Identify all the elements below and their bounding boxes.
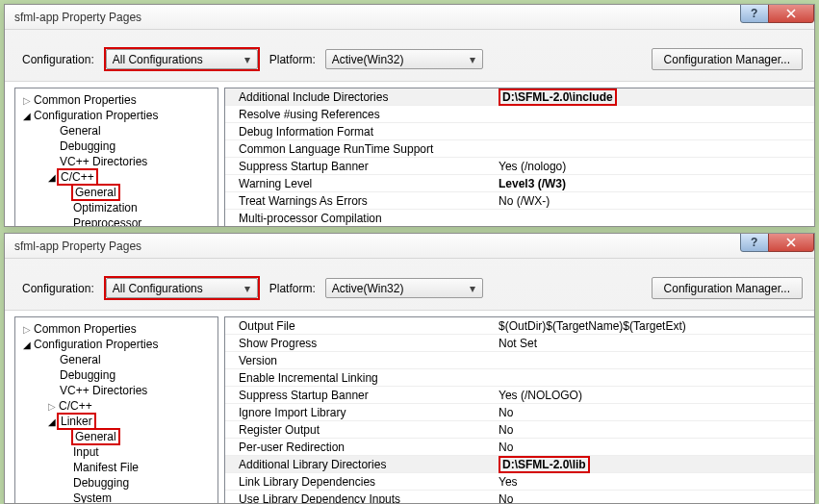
property-name: Ignore Import Library	[225, 406, 495, 419]
tree-item-general[interactable]: General	[15, 123, 218, 139]
property-name: Version	[225, 354, 495, 367]
property-value[interactable]: No (/WX-)	[495, 194, 814, 208]
property-value[interactable]: Level3 (/W3)	[495, 177, 814, 190]
property-row[interactable]: Additional Library DirectoriesD:\SFML-2.…	[225, 456, 814, 473]
tree-item-configuration-properties[interactable]: ◢Configuration Properties	[15, 108, 218, 123]
tree-item-c-cpp[interactable]: ◢C/C++	[15, 169, 218, 185]
triangle-down-icon: ◢	[46, 172, 57, 183]
triangle-right-icon: ▷	[21, 324, 32, 335]
tree-item-input[interactable]: Input	[15, 444, 218, 460]
property-row[interactable]: Additional Include DirectoriesD:\SFML-2.…	[225, 88, 814, 106]
help-button[interactable]: ?	[740, 4, 769, 23]
property-row[interactable]: Debug Information Format	[225, 123, 814, 140]
platform-dropdown[interactable]: Active(Win32) ▾	[325, 278, 483, 298]
property-row[interactable]: Treat Warnings As ErrorsNo (/WX-)	[225, 192, 814, 210]
tree-item-debugging[interactable]: Debugging	[15, 139, 218, 154]
configuration-value: All Configurations	[113, 53, 203, 66]
property-row[interactable]: Ignore Import LibraryNo	[225, 404, 814, 421]
property-grid[interactable]: Additional Include DirectoriesD:\SFML-2.…	[224, 88, 814, 227]
configuration-value: All Configurations	[113, 282, 203, 295]
property-row[interactable]: Multi-processor Compilation	[225, 210, 814, 227]
tree-item-vc-directories[interactable]: VC++ Directories	[15, 154, 218, 169]
property-row[interactable]: Per-user RedirectionNo	[225, 439, 814, 456]
property-value[interactable]: No	[495, 441, 814, 454]
property-value[interactable]: $(OutDir)$(TargetName)$(TargetExt)	[495, 319, 814, 333]
property-value[interactable]: Yes	[495, 475, 814, 489]
tree-item-linker[interactable]: ◢Linker	[15, 414, 218, 429]
property-name: Suppress Startup Banner	[225, 160, 495, 173]
property-name: Treat Warnings As Errors	[225, 194, 495, 208]
configuration-dropdown[interactable]: All Configurations ▾	[106, 278, 258, 298]
platform-label: Platform:	[269, 53, 316, 66]
property-row[interactable]: Resolve #using References	[225, 106, 814, 123]
property-row[interactable]: Warning LevelLevel3 (/W3)	[225, 175, 814, 192]
triangle-down-icon: ◢	[46, 416, 57, 427]
property-value[interactable]: Not Set	[495, 337, 814, 350]
platform-value: Active(Win32)	[332, 53, 404, 66]
property-value[interactable]: No	[495, 492, 814, 505]
property-name: Output File	[225, 319, 495, 333]
property-value[interactable]: D:\SFML-2.0\lib	[495, 456, 814, 473]
configuration-label: Configuration:	[22, 53, 94, 66]
property-grid[interactable]: Output File$(OutDir)$(TargetName)$(Targe…	[224, 316, 814, 504]
property-value[interactable]: No	[495, 423, 814, 437]
configuration-manager-button[interactable]: Configuration Manager...	[652, 277, 803, 299]
property-row[interactable]: Link Library DependenciesYes	[225, 473, 814, 491]
property-row[interactable]: Enable Incremental Linking	[225, 369, 814, 387]
property-row[interactable]: Suppress Startup BannerYes (/NOLOGO)	[225, 387, 814, 404]
help-button[interactable]: ?	[740, 233, 769, 252]
tree-item-c-cpp-general[interactable]: General	[15, 185, 218, 200]
configuration-dropdown[interactable]: All Configurations ▾	[106, 49, 258, 69]
nav-tree[interactable]: ▷Common Properties ◢Configuration Proper…	[14, 316, 218, 504]
property-row[interactable]: Common Language RunTime Support	[225, 140, 814, 158]
window-title: sfml-app Property Pages	[14, 11, 141, 24]
tree-item-vc-directories[interactable]: VC++ Directories	[15, 383, 218, 398]
property-row[interactable]: Version	[225, 352, 814, 369]
property-name: Use Library Dependency Inputs	[225, 492, 495, 505]
nav-tree[interactable]: ▷Common Properties ◢Configuration Proper…	[14, 88, 218, 227]
property-row[interactable]: Suppress Startup BannerYes (/nologo)	[225, 158, 814, 175]
tree-item-manifest-file[interactable]: Manifest File	[15, 460, 218, 475]
property-row[interactable]: Use Library Dependency InputsNo	[225, 491, 814, 504]
close-button[interactable]	[768, 4, 814, 23]
chevron-down-icon: ▾	[240, 282, 255, 295]
config-bar: Configuration: All Configurations ▾ Plat…	[5, 259, 814, 310]
platform-dropdown[interactable]: Active(Win32) ▾	[325, 49, 483, 69]
close-button[interactable]	[768, 233, 814, 252]
property-row[interactable]: Output File$(OutDir)$(TargetName)$(Targe…	[225, 317, 814, 335]
titlebar[interactable]: sfml-app Property Pages ?	[5, 234, 814, 259]
platform-label: Platform:	[269, 282, 316, 295]
property-value[interactable]: No	[495, 406, 814, 419]
property-pages-window-cpp: sfml-app Property Pages ? Configuration:…	[4, 4, 815, 227]
property-value[interactable]: D:\SFML-2.0\include	[495, 88, 814, 106]
tree-item-configuration-properties[interactable]: ◢Configuration Properties	[15, 337, 218, 352]
triangle-right-icon: ▷	[46, 401, 57, 412]
tree-item-c-cpp[interactable]: ▷C/C++	[15, 398, 218, 414]
platform-value: Active(Win32)	[332, 282, 404, 295]
triangle-right-icon: ▷	[21, 95, 32, 106]
property-name: Per-user Redirection	[225, 441, 495, 454]
property-value[interactable]: Yes (/nologo)	[495, 160, 814, 173]
property-name: Additional Library Directories	[225, 458, 495, 471]
property-value[interactable]: Yes (/NOLOGO)	[495, 389, 814, 402]
tree-item-debugging[interactable]: Debugging	[15, 367, 218, 383]
tree-item-general[interactable]: General	[15, 352, 218, 367]
tree-item-system[interactable]: System	[15, 491, 218, 504]
tree-item-linker-general[interactable]: General	[15, 429, 218, 444]
property-name: Enable Incremental Linking	[225, 371, 495, 385]
tree-item-preprocessor[interactable]: Preprocessor	[15, 215, 218, 227]
tree-item-linker-debugging[interactable]: Debugging	[15, 475, 218, 491]
configuration-manager-button[interactable]: Configuration Manager...	[652, 48, 803, 70]
svg-text:?: ?	[751, 8, 757, 19]
tree-item-common-properties[interactable]: ▷Common Properties	[15, 321, 218, 337]
help-icon: ?	[749, 8, 760, 19]
property-name: Warning Level	[225, 177, 495, 190]
config-bar: Configuration: All Configurations ▾ Plat…	[5, 30, 814, 81]
titlebar[interactable]: sfml-app Property Pages ?	[5, 5, 814, 30]
tree-item-optimization[interactable]: Optimization	[15, 200, 218, 215]
property-pages-window-linker: sfml-app Property Pages ? Configuration:…	[4, 233, 815, 504]
property-row[interactable]: Show ProgressNot Set	[225, 335, 814, 352]
tree-item-common-properties[interactable]: ▷Common Properties	[15, 92, 218, 108]
property-row[interactable]: Register OutputNo	[225, 421, 814, 439]
close-icon	[785, 8, 797, 19]
